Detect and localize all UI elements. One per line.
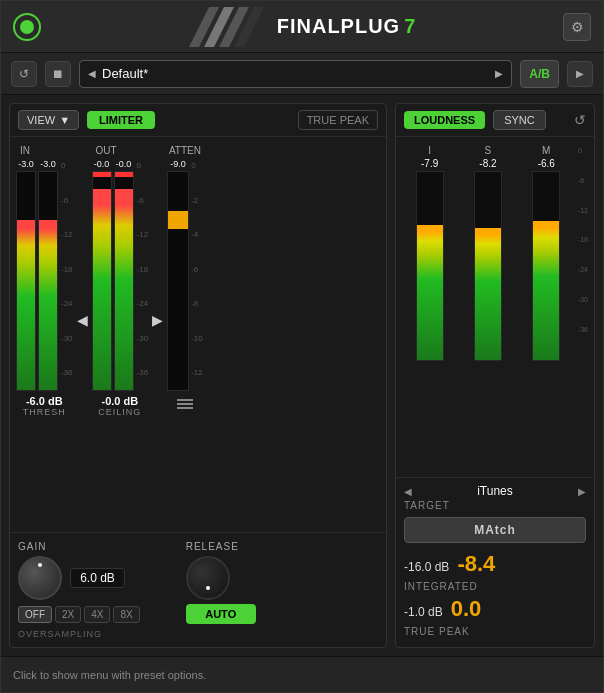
right-meters-area: I -7.9 S -8.2 M -6.6 <box>396 137 594 477</box>
gain-section: GAIN 6.0 dB OFF 2X 4X 8X OVERSAMPLING <box>18 541 140 639</box>
i-meter-bar <box>416 171 444 361</box>
atten-orange-fill <box>168 211 188 228</box>
m-meter-bar <box>532 171 560 361</box>
oversampling-row: OFF 2X 4X 8X <box>18 606 140 623</box>
in-right-fill <box>39 220 57 390</box>
right-scale: 0 -6 -12 -18 -24 -30 -36 <box>578 145 588 335</box>
undo-button[interactable]: ↺ <box>11 61 37 87</box>
ceiling-db: -0.0 dB <box>98 395 141 407</box>
preset-selector[interactable]: ◀ Default* ▶ <box>79 60 512 88</box>
release-knob[interactable] <box>186 556 230 600</box>
limiter-button[interactable]: LIMITER <box>87 111 155 129</box>
preset-arrow-right-icon: ▶ <box>495 68 503 79</box>
out-left-val: -0.0 <box>94 159 110 169</box>
auto-button[interactable]: AUTO <box>186 604 256 624</box>
in-left-val: -3.0 <box>18 159 34 169</box>
hamburger-line2 <box>177 403 193 405</box>
release-label: RELEASE <box>186 541 239 552</box>
plugin-container: FINALPLUG 7 ⚙ ↺ ⏹ ◀ Default* ▶ A/B ▶ <box>0 0 604 693</box>
in-left-fill <box>17 220 35 390</box>
hamburger-line3 <box>177 407 193 409</box>
os-4x-button[interactable]: 4X <box>84 606 110 623</box>
s-meter-group: S -8.2 <box>460 145 515 469</box>
s-fill <box>475 228 501 360</box>
i-label: I <box>428 145 431 156</box>
target-row: ◀ iTunes ▶ <box>404 484 586 498</box>
refresh-button[interactable]: ↺ <box>574 112 586 128</box>
plugin-title: FINALPLUG <box>277 15 400 38</box>
gain-value[interactable]: 6.0 dB <box>70 568 125 588</box>
logo-svg <box>189 7 269 47</box>
left-bottom-controls: GAIN 6.0 dB OFF 2X 4X 8X OVERSAMPLING <box>10 532 386 647</box>
match-button[interactable]: MAtch <box>404 517 586 543</box>
hamburger-line1 <box>177 399 193 401</box>
out-left-bar <box>92 171 112 391</box>
m-meter-group: M -6.6 <box>519 145 574 469</box>
release-knob-dot <box>206 586 210 590</box>
ab-button[interactable]: A/B <box>520 60 559 88</box>
gain-knob[interactable] <box>18 556 62 600</box>
undo-icon: ↺ <box>19 67 29 81</box>
view-dropdown-icon: ▼ <box>59 114 70 126</box>
in-scale: 0 -6 -12 -18 -24 -30 -36 <box>61 159 73 379</box>
gain-knob-row: 6.0 dB <box>18 556 125 600</box>
sync-button[interactable]: SYNC <box>493 110 546 130</box>
in-right-meter: -3.0 <box>38 159 58 391</box>
s-meter-bar <box>474 171 502 361</box>
integrated-value: -8.4 <box>457 551 495 577</box>
out-meters: -0.0 -0.0 <box>92 159 149 391</box>
m-fill <box>533 221 559 360</box>
integrated-label: INTEGRATED <box>404 581 586 592</box>
atten-section: ATTEN -9.0 0 -2 -4 <box>167 145 203 409</box>
target-arrow-right-icon[interactable]: ▶ <box>578 486 586 497</box>
header: FINALPLUG 7 ⚙ <box>1 1 603 53</box>
out-left-fill <box>93 189 111 390</box>
in-left-meter: -3.0 <box>16 159 36 391</box>
right-top-bar: LOUDNESS SYNC ↺ <box>396 104 594 137</box>
redo-button[interactable]: ⏹ <box>45 61 71 87</box>
out-label: OUT <box>96 145 117 156</box>
in-right-bar <box>38 171 58 391</box>
hamburger-menu[interactable] <box>177 399 193 409</box>
main-area: VIEW ▼ LIMITER TRUE PEAK IN -3.0 <box>1 95 603 656</box>
redo-icon: ⏹ <box>52 67 64 81</box>
ab-label: A/B <box>529 67 550 81</box>
left-panel: VIEW ▼ LIMITER TRUE PEAK IN -3.0 <box>9 103 387 648</box>
arrow-left-indicator: ◀ <box>77 312 88 328</box>
loudness-button[interactable]: LOUDNESS <box>404 111 485 129</box>
left-top-bar: VIEW ▼ LIMITER TRUE PEAK <box>10 104 386 137</box>
atten-meter: -9.0 <box>167 159 189 391</box>
os-8x-button[interactable]: 8X <box>113 606 139 623</box>
ceiling-label-section: -0.0 dB CEILING <box>98 395 141 417</box>
atten-meter-row: -9.0 0 -2 -4 -6 -8 -10 <box>167 159 203 391</box>
view-button[interactable]: VIEW ▼ <box>18 110 79 130</box>
out-scale: 0 -6 -12 -18 -24 -30 -36 <box>137 159 149 379</box>
atten-scale: 0 -2 -4 -6 -8 -10 -12 <box>191 159 203 379</box>
atten-bottom <box>177 395 193 409</box>
target-arrow-left-icon[interactable]: ◀ <box>404 486 412 497</box>
in-left-bar <box>16 171 36 391</box>
s-value: -8.2 <box>479 158 496 169</box>
target-section: ◀ iTunes ▶ TARGET MAtch -16.0 dB -8.4 IN… <box>396 477 594 647</box>
truepeak-value: 0.0 <box>451 596 482 622</box>
out-right-meter: -0.0 <box>114 159 134 391</box>
truepeak-db: -1.0 dB <box>404 605 443 619</box>
i-meter-group: I -7.9 <box>402 145 457 469</box>
logo: FINALPLUG 7 <box>41 7 563 47</box>
play-icon: ▶ <box>576 68 584 79</box>
out-section: OUT -0.0 -0.0 <box>92 145 149 417</box>
in-right-val: -3.0 <box>40 159 56 169</box>
ceiling-name: CEILING <box>98 407 141 417</box>
gain-knob-dot <box>38 563 42 567</box>
settings-button[interactable]: ⚙ <box>563 13 591 41</box>
target-name: iTunes <box>416 484 574 498</box>
os-2x-button[interactable]: 2X <box>55 606 81 623</box>
play-button[interactable]: ▶ <box>567 61 593 87</box>
out-left-clip <box>93 172 111 177</box>
meters-area: IN -3.0 -3.0 <box>10 137 386 532</box>
in-section: IN -3.0 -3.0 <box>16 145 73 417</box>
os-off-button[interactable]: OFF <box>18 606 52 623</box>
preset-name: Default* <box>102 66 495 81</box>
oversampling-label: OVERSAMPLING <box>18 629 102 639</box>
power-button[interactable] <box>13 13 41 41</box>
